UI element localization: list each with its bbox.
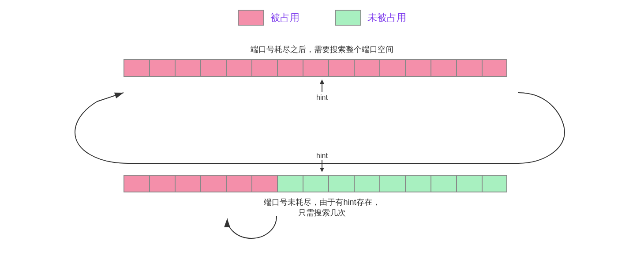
legend-occupied: 被占用 bbox=[238, 10, 300, 26]
occupied-box bbox=[238, 10, 264, 26]
free-label: 未被占用 bbox=[367, 11, 406, 24]
svg-marker-3 bbox=[320, 168, 324, 172]
bottom-label-line2: 只需搜索几次 bbox=[124, 207, 520, 218]
svg-marker-1 bbox=[320, 79, 324, 84]
bottom-port-cell-1 bbox=[149, 175, 175, 192]
top-port-cell-1 bbox=[149, 59, 175, 77]
bottom-port-cell-8 bbox=[328, 175, 354, 192]
bottom-port-cell-5 bbox=[251, 175, 277, 192]
top-diagram-label: 端口号耗尽之后，需要搜索整个端口空间 bbox=[124, 44, 520, 55]
top-port-cell-10 bbox=[379, 59, 405, 77]
bottom-port-cell-4 bbox=[226, 175, 251, 192]
bottom-hint-arrow bbox=[227, 216, 277, 238]
top-port-cell-2 bbox=[175, 59, 200, 77]
bottom-port-cell-12 bbox=[431, 175, 456, 192]
top-port-cell-0 bbox=[124, 59, 149, 77]
bottom-port-cell-14 bbox=[482, 175, 507, 192]
top-port-cell-13 bbox=[456, 59, 482, 77]
bottom-port-cell-13 bbox=[456, 175, 482, 192]
legend-free: 未被占用 bbox=[335, 10, 406, 26]
top-port-cell-4 bbox=[226, 59, 251, 77]
bottom-port-cell-9 bbox=[354, 175, 379, 192]
bottom-port-cell-7 bbox=[303, 175, 328, 192]
top-port-cell-7 bbox=[303, 59, 328, 77]
top-port-cell-11 bbox=[405, 59, 431, 77]
top-port-row bbox=[124, 59, 520, 77]
hint-top-label: hint bbox=[316, 94, 328, 102]
bottom-port-cell-0 bbox=[124, 175, 149, 192]
bottom-label-line1: 端口号未耗尽，由于有hint存在， bbox=[124, 197, 520, 207]
bottom-port-cell-10 bbox=[379, 175, 405, 192]
top-port-cell-5 bbox=[251, 59, 277, 77]
hint-bottom-container: hint bbox=[124, 150, 520, 172]
top-diagram: 端口号耗尽之后，需要搜索整个端口空间 hint bbox=[124, 44, 520, 102]
hint-bottom-label: hint bbox=[316, 152, 328, 160]
hint-up-arrow-icon bbox=[317, 79, 327, 92]
top-port-cell-3 bbox=[200, 59, 226, 77]
occupied-label: 被占用 bbox=[270, 11, 300, 24]
bottom-port-cell-6 bbox=[277, 175, 303, 192]
legend: 被占用 未被占用 bbox=[0, 0, 644, 26]
arrow-overlay bbox=[0, 0, 644, 271]
bottom-port-cell-3 bbox=[200, 175, 226, 192]
hint-down-arrow-icon bbox=[317, 160, 327, 172]
top-port-cell-12 bbox=[431, 59, 456, 77]
top-port-cell-6 bbox=[277, 59, 303, 77]
bottom-port-cell-11 bbox=[405, 175, 431, 192]
bottom-port-row bbox=[124, 175, 520, 192]
hint-top-container: hint bbox=[124, 79, 520, 102]
top-port-cell-14 bbox=[482, 59, 507, 77]
bottom-port-cell-2 bbox=[175, 175, 200, 192]
top-port-cell-8 bbox=[328, 59, 354, 77]
top-port-cell-9 bbox=[354, 59, 379, 77]
free-box bbox=[335, 10, 361, 26]
bottom-diagram: hint 端口号未耗尽，由于有hint存在， 只需搜索几次 bbox=[124, 150, 520, 218]
